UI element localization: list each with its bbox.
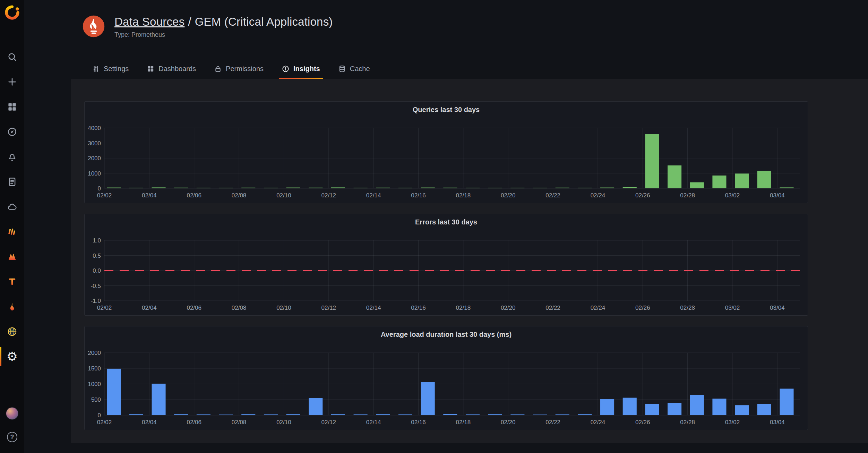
svg-text:02/08: 02/08 [232, 192, 247, 199]
svg-text:02/26: 02/26 [635, 305, 650, 311]
main-area: Data Sources/GEM (Critical Applications)… [24, 0, 868, 453]
tempo-app-icon [7, 276, 17, 287]
panel-stack: Queries last 30 days 0100020003000400002… [71, 79, 868, 430]
panel-title-queries[interactable]: Queries last 30 days [85, 102, 808, 118]
sidebar-item-create[interactable] [0, 69, 24, 94]
svg-text:02/14: 02/14 [366, 419, 381, 426]
document-icon [7, 177, 17, 187]
svg-text:02/20: 02/20 [501, 192, 516, 199]
svg-text:3000: 3000 [88, 140, 101, 147]
panel-title-load-duration[interactable]: Average load duration last 30 days (ms) [85, 326, 808, 342]
svg-text:02/06: 02/06 [187, 305, 201, 311]
sidebar-item-profile[interactable] [0, 401, 24, 426]
page-header: Data Sources/GEM (Critical Applications)… [82, 15, 333, 39]
panel-body-errors: -1.0-0.50.00.51.002/0202/0402/0602/0802/… [85, 230, 808, 315]
breadcrumb-datasources-link[interactable]: Data Sources [114, 15, 184, 28]
sidebar-item-loki-app[interactable] [0, 219, 24, 244]
loki-app-icon [7, 226, 17, 237]
svg-text:02/12: 02/12 [321, 419, 336, 426]
sidebar-item-docs[interactable] [0, 169, 24, 194]
svg-text:03/04: 03/04 [770, 419, 785, 426]
sidebar-bottom: ? [0, 401, 24, 453]
globe-app-icon [7, 326, 17, 337]
sidebar-item-globe-app[interactable] [0, 319, 24, 344]
sidebar-item-dashboards[interactable] [0, 94, 24, 119]
sidebar-item-search[interactable] [0, 44, 24, 69]
svg-text:02/12: 02/12 [321, 192, 336, 199]
grafana-logo-icon [5, 5, 20, 20]
sidebar-item-alerting[interactable] [0, 144, 24, 169]
panel-queries: Queries last 30 days 0100020003000400002… [84, 101, 808, 203]
svg-text:02/16: 02/16 [411, 192, 426, 199]
svg-text:02/18: 02/18 [456, 419, 471, 426]
tab-permissions-label: Permissions [226, 65, 264, 73]
tab-insights[interactable]: Insights [279, 65, 323, 79]
svg-text:2000: 2000 [88, 350, 101, 356]
panel-title-errors[interactable]: Errors last 30 days [85, 214, 808, 230]
svg-text:02/06: 02/06 [187, 192, 201, 199]
sidebar-item-oncall-app[interactable] [0, 294, 24, 319]
settings-gear-icon: ⚙ [7, 350, 18, 363]
dashboards-grid-icon [7, 102, 17, 112]
svg-text:02/28: 02/28 [680, 305, 695, 311]
svg-text:02/18: 02/18 [456, 305, 471, 311]
database-icon [338, 65, 346, 73]
user-avatar [6, 407, 18, 420]
svg-text:02/24: 02/24 [591, 192, 605, 199]
svg-text:02/10: 02/10 [276, 419, 291, 426]
compass-icon [7, 127, 17, 137]
svg-text:0.5: 0.5 [93, 253, 101, 259]
page-title: Data Sources/GEM (Critical Applications) [114, 15, 333, 28]
panel-errors: Errors last 30 days -1.0-0.50.00.51.002/… [84, 214, 808, 316]
svg-text:1000: 1000 [88, 381, 101, 387]
mimir-app-icon [7, 251, 17, 262]
svg-text:03/04: 03/04 [770, 192, 785, 199]
svg-text:02/04: 02/04 [142, 192, 157, 199]
tab-dashboards[interactable]: Dashboards [144, 65, 199, 79]
svg-text:02/14: 02/14 [366, 192, 381, 199]
sidebar-item-mimir-app[interactable] [0, 244, 24, 269]
svg-text:02/28: 02/28 [680, 419, 695, 426]
svg-text:02/22: 02/22 [545, 419, 560, 426]
tab-settings[interactable]: Settings [89, 65, 131, 79]
help-icon: ? [7, 432, 17, 442]
svg-text:03/02: 03/02 [725, 192, 740, 199]
plus-icon [7, 77, 17, 87]
svg-text:02/16: 02/16 [411, 305, 426, 311]
svg-text:02/20: 02/20 [501, 305, 516, 311]
svg-text:0: 0 [98, 185, 101, 192]
panel-body-queries: 0100020003000400002/0202/0402/0602/0802/… [85, 118, 808, 203]
svg-text:02/02: 02/02 [97, 419, 112, 426]
svg-text:02/28: 02/28 [680, 192, 695, 199]
errors-line-chart: -1.0-0.50.00.51.002/0202/0402/0602/0802/… [85, 230, 808, 315]
tab-permissions[interactable]: Permissions [211, 65, 266, 79]
sidebar-item-help[interactable]: ? [0, 426, 24, 448]
sidebar-item-home[interactable] [5, 5, 20, 20]
svg-text:02/24: 02/24 [591, 419, 605, 426]
tab-cache[interactable]: Cache [335, 65, 373, 79]
info-circle-icon [282, 65, 290, 73]
sidebar-item-explore[interactable] [0, 119, 24, 144]
datasource-name: GEM (Critical Applications) [195, 15, 333, 28]
grafana-app: ⚙ ? Data Sources/GEM (Critical Applicati… [0, 0, 868, 453]
svg-text:1.0: 1.0 [93, 237, 101, 244]
svg-text:02/24: 02/24 [591, 305, 605, 311]
svg-text:02/08: 02/08 [232, 305, 247, 311]
sidebar: ⚙ ? [0, 0, 24, 453]
svg-text:02/02: 02/02 [97, 305, 112, 311]
lock-icon [214, 65, 222, 73]
svg-text:02/08: 02/08 [232, 419, 247, 426]
svg-text:1500: 1500 [88, 365, 101, 372]
svg-text:02/22: 02/22 [545, 305, 560, 311]
svg-text:2000: 2000 [88, 155, 101, 162]
sidebar-item-tempo-app[interactable] [0, 269, 24, 294]
sidebar-item-configuration[interactable]: ⚙ [0, 344, 24, 369]
load-duration-bar-chart: 050010001500200002/0202/0402/0602/0802/1… [85, 342, 808, 430]
svg-text:03/04: 03/04 [770, 305, 785, 311]
sidebar-item-cloud[interactable] [0, 194, 24, 219]
svg-text:02/10: 02/10 [276, 305, 291, 311]
svg-text:02/04: 02/04 [142, 419, 157, 426]
svg-text:4000: 4000 [88, 125, 101, 131]
svg-text:02/22: 02/22 [545, 192, 560, 199]
svg-text:-1.0: -1.0 [91, 298, 101, 304]
